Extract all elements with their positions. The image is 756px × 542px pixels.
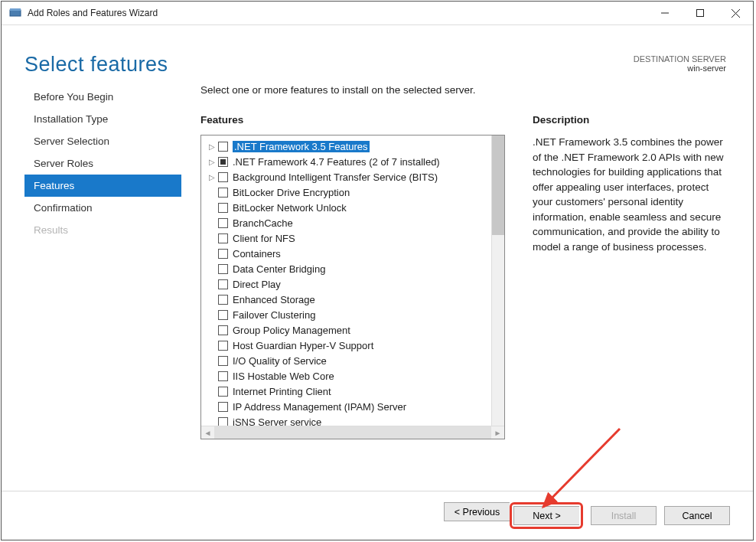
- feature-row[interactable]: Host Guardian Hyper-V Support: [207, 338, 490, 353]
- expander-icon[interactable]: ▷: [207, 158, 217, 166]
- feature-label[interactable]: Group Policy Management: [233, 325, 350, 336]
- feature-label[interactable]: Containers: [233, 248, 281, 260]
- feature-row[interactable]: Containers: [207, 246, 490, 261]
- description-column: Description .NET Framework 3.5 combines …: [533, 114, 730, 439]
- feature-checkbox[interactable]: [218, 142, 228, 152]
- scroll-thumb[interactable]: [492, 136, 504, 235]
- button-bar: < Previous Next > Install Cancel: [2, 491, 753, 540]
- expander-icon[interactable]: ▷: [207, 142, 217, 151]
- scroll-right-icon[interactable]: ►: [491, 426, 504, 439]
- feature-checkbox[interactable]: [218, 295, 228, 305]
- feature-row[interactable]: Data Center Bridging: [207, 261, 490, 276]
- feature-row[interactable]: BranchCache: [207, 215, 490, 230]
- svg-rect-3: [697, 10, 704, 17]
- description-text: .NET Framework 3.5 combines the power of…: [533, 135, 730, 255]
- feature-row[interactable]: IP Address Management (IPAM) Server: [207, 399, 490, 414]
- instruction-text: Select one or more features to install o…: [200, 84, 730, 96]
- feature-checkbox[interactable]: [218, 218, 228, 228]
- feature-label[interactable]: Background Intelligent Transfer Service …: [233, 171, 438, 183]
- sidebar-item-server-roles[interactable]: Server Roles: [24, 152, 181, 175]
- feature-checkbox[interactable]: [218, 188, 228, 198]
- close-button[interactable]: [718, 2, 753, 24]
- install-button[interactable]: Install: [591, 506, 657, 525]
- feature-checkbox[interactable]: [218, 387, 228, 397]
- features-column: Features ▷.NET Framework 3.5 Features▷.N…: [200, 114, 505, 439]
- feature-checkbox[interactable]: [218, 402, 228, 412]
- expander-icon[interactable]: ▷: [207, 173, 217, 181]
- feature-row[interactable]: Enhanced Storage: [207, 292, 490, 307]
- feature-label[interactable]: Client for NFS: [233, 233, 295, 244]
- window-title: Add Roles and Features Wizard: [28, 8, 647, 18]
- destination-label: DESTINATION SERVER: [634, 54, 726, 64]
- feature-checkbox[interactable]: [218, 417, 228, 426]
- feature-label[interactable]: I/O Quality of Service: [233, 355, 327, 367]
- feature-row[interactable]: Direct Play: [207, 276, 490, 292]
- features-list[interactable]: ▷.NET Framework 3.5 Features▷.NET Framew…: [201, 136, 491, 426]
- feature-label[interactable]: Failover Clustering: [233, 309, 315, 321]
- maximize-button[interactable]: [683, 2, 718, 24]
- feature-checkbox[interactable]: [218, 203, 228, 213]
- feature-checkbox[interactable]: [218, 341, 228, 351]
- horizontal-scrollbar[interactable]: ◄ ►: [201, 426, 504, 439]
- features-tree: ▷.NET Framework 3.5 Features▷.NET Framew…: [200, 135, 505, 439]
- feature-row[interactable]: BitLocker Network Unlock: [207, 200, 490, 215]
- wizard-window: Add Roles and Features Wizard Select fea…: [1, 1, 754, 540]
- svg-rect-1: [10, 8, 21, 11]
- sidebar-item-features[interactable]: Features: [24, 175, 181, 197]
- feature-label[interactable]: .NET Framework 4.7 Features (2 of 7 inst…: [233, 156, 440, 168]
- feature-checkbox[interactable]: [218, 310, 228, 320]
- sidebar-item-server-selection[interactable]: Server Selection: [24, 130, 181, 152]
- feature-label[interactable]: Direct Play: [233, 279, 281, 290]
- sidebar-item-installation-type[interactable]: Installation Type: [24, 108, 181, 130]
- feature-row[interactable]: I/O Quality of Service: [207, 353, 490, 368]
- feature-checkbox[interactable]: [218, 172, 228, 182]
- cancel-button[interactable]: Cancel: [664, 506, 730, 525]
- feature-label[interactable]: iSNS Server service: [233, 416, 321, 426]
- minimize-button[interactable]: [647, 2, 683, 24]
- feature-row[interactable]: ▷.NET Framework 3.5 Features: [207, 139, 490, 154]
- feature-row[interactable]: BitLocker Drive Encryption: [207, 184, 490, 200]
- body: Before You BeginInstallation TypeServer …: [2, 84, 753, 491]
- feature-row[interactable]: Group Policy Management: [207, 322, 490, 338]
- feature-label[interactable]: Internet Printing Client: [233, 386, 331, 397]
- feature-row[interactable]: Client for NFS: [207, 230, 490, 246]
- features-label: Features: [200, 114, 505, 126]
- feature-checkbox[interactable]: [218, 325, 228, 335]
- feature-label[interactable]: Host Guardian Hyper-V Support: [233, 340, 373, 351]
- sidebar-item-confirmation[interactable]: Confirmation: [24, 197, 181, 219]
- feature-checkbox[interactable]: [218, 264, 228, 274]
- feature-label[interactable]: IP Address Management (IPAM) Server: [233, 401, 406, 413]
- wizard-sidebar: Before You BeginInstallation TypeServer …: [24, 84, 181, 491]
- vertical-scrollbar[interactable]: [491, 136, 504, 426]
- feature-label[interactable]: IIS Hostable Web Core: [233, 371, 334, 382]
- feature-row[interactable]: Internet Printing Client: [207, 384, 490, 399]
- feature-checkbox[interactable]: [218, 356, 228, 366]
- feature-label[interactable]: BitLocker Drive Encryption: [233, 187, 350, 198]
- sidebar-item-results: Results: [24, 219, 181, 241]
- main-panel: Select one or more features to install o…: [181, 84, 730, 491]
- page-title: Select features: [24, 53, 634, 77]
- feature-checkbox[interactable]: [218, 371, 228, 381]
- next-button[interactable]: Next >: [513, 506, 579, 525]
- feature-row[interactable]: ▷.NET Framework 4.7 Features (2 of 7 ins…: [207, 154, 490, 169]
- feature-label[interactable]: BranchCache: [233, 217, 293, 229]
- feature-checkbox[interactable]: [218, 279, 228, 289]
- feature-checkbox[interactable]: [218, 157, 228, 167]
- header: Select features DESTINATION SERVER win-s…: [2, 25, 753, 84]
- feature-label[interactable]: Data Center Bridging: [233, 263, 325, 275]
- feature-label[interactable]: BitLocker Network Unlock: [233, 202, 347, 214]
- feature-row[interactable]: ▷Background Intelligent Transfer Service…: [207, 169, 490, 184]
- nav-button-group: < Previous Next >: [444, 502, 583, 529]
- feature-checkbox[interactable]: [218, 249, 228, 259]
- feature-row[interactable]: Failover Clustering: [207, 307, 490, 322]
- description-label: Description: [533, 114, 730, 126]
- feature-checkbox[interactable]: [218, 233, 228, 243]
- feature-label[interactable]: Enhanced Storage: [233, 294, 315, 305]
- scroll-left-icon[interactable]: ◄: [201, 426, 214, 439]
- destination-block: DESTINATION SERVER win-server: [634, 54, 726, 73]
- previous-button[interactable]: < Previous: [444, 502, 510, 521]
- feature-row[interactable]: IIS Hostable Web Core: [207, 368, 490, 384]
- feature-label[interactable]: .NET Framework 3.5 Features: [233, 141, 370, 152]
- feature-row[interactable]: iSNS Server service: [207, 414, 490, 426]
- sidebar-item-before-you-begin[interactable]: Before You Begin: [24, 86, 181, 108]
